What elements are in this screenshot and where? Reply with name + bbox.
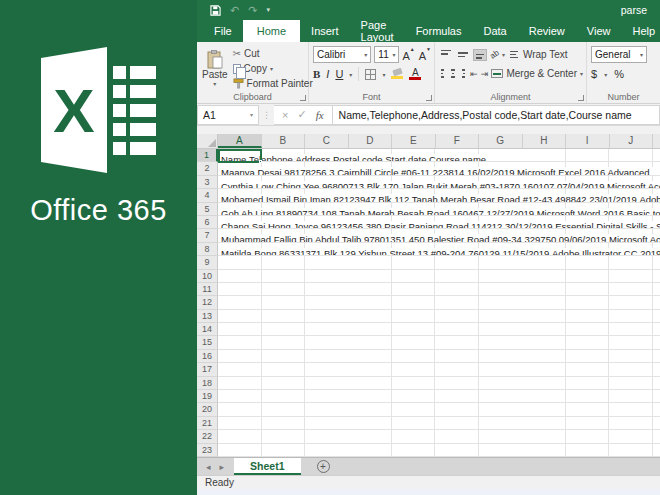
qat-customize-icon[interactable]: ▾: [266, 6, 270, 14]
row-cells[interactable]: [218, 363, 660, 376]
row-header-7[interactable]: 7: [197, 229, 218, 242]
row-header-9[interactable]: 9: [197, 256, 218, 269]
paste-button[interactable]: Paste ▾: [201, 45, 229, 91]
column-header-clipped[interactable]: [653, 134, 660, 148]
tab-home[interactable]: Home: [243, 20, 300, 42]
enter-icon[interactable]: ✓: [297, 108, 306, 121]
row-cells[interactable]: Matilda Bong,86331371,Blk 129 Yishun Str…: [218, 243, 660, 256]
row-cells[interactable]: [218, 417, 660, 430]
cancel-icon[interactable]: ×: [282, 109, 288, 121]
align-bottom-button[interactable]: [473, 49, 487, 61]
tab-help[interactable]: Help: [621, 20, 660, 42]
row-cells[interactable]: [218, 323, 660, 336]
row-cells[interactable]: [218, 430, 660, 443]
row-header-8[interactable]: 8: [197, 243, 218, 256]
prev-sheet-icon[interactable]: ◂: [206, 462, 211, 472]
row-header-6[interactable]: 6: [197, 216, 218, 229]
currency-format-button[interactable]: $: [591, 68, 597, 80]
wrap-text-button[interactable]: Wrap Text: [508, 49, 568, 60]
italic-button[interactable]: I: [326, 68, 329, 80]
tab-insert[interactable]: Insert: [300, 20, 350, 42]
align-left-button[interactable]: [439, 68, 446, 80]
column-header-e[interactable]: E: [392, 134, 436, 148]
fill-color-button[interactable]: [391, 69, 403, 79]
borders-button[interactable]: [365, 69, 376, 80]
row-header-16[interactable]: 16: [197, 350, 218, 363]
align-middle-button[interactable]: [456, 49, 470, 61]
percent-format-button[interactable]: %: [614, 68, 624, 80]
merge-center-button[interactable]: Merge & Center ▾: [491, 68, 583, 79]
column-header-b[interactable]: B: [262, 134, 306, 148]
save-icon[interactable]: [210, 5, 221, 16]
font-dialog-launcher-icon[interactable]: [426, 95, 432, 101]
tab-view[interactable]: View: [576, 20, 622, 42]
font-color-button[interactable]: A: [409, 68, 421, 80]
row-cells[interactable]: [218, 283, 660, 296]
copy-button[interactable]: Copy ▾: [233, 61, 313, 76]
tab-review[interactable]: Review: [518, 20, 576, 42]
select-all-button[interactable]: [197, 134, 218, 148]
row-cells[interactable]: [218, 296, 660, 309]
row-header-14[interactable]: 14: [197, 323, 218, 336]
row-header-19[interactable]: 19: [197, 390, 218, 403]
orientation-button[interactable]: ab: [488, 48, 500, 60]
font-name-combo[interactable]: Calibri ▾: [313, 46, 371, 63]
cut-button[interactable]: ✂ Cut: [233, 46, 313, 61]
column-header-c[interactable]: C: [305, 134, 349, 148]
tab-data[interactable]: Data: [472, 20, 517, 42]
row-header-5[interactable]: 5: [197, 203, 218, 216]
row-header-17[interactable]: 17: [197, 363, 218, 376]
next-sheet-icon[interactable]: ▸: [220, 462, 225, 472]
column-header-f[interactable]: F: [436, 134, 480, 148]
clipboard-dialog-launcher-icon[interactable]: [300, 95, 306, 101]
row-cells[interactable]: [218, 403, 660, 416]
font-size-combo[interactable]: 11 ▾: [374, 46, 399, 63]
row-cells[interactable]: [218, 377, 660, 390]
formula-input[interactable]: Name,Telephone,Address,Postal code,Start…: [333, 105, 660, 125]
row-header-1[interactable]: 1: [197, 149, 218, 162]
grow-font-button[interactable]: A▲: [402, 47, 414, 62]
row-header-23[interactable]: 23: [197, 444, 218, 457]
shrink-font-button[interactable]: A▼: [419, 47, 431, 62]
row-header-3[interactable]: 3: [197, 176, 218, 189]
bold-button[interactable]: B: [313, 68, 320, 80]
row-cells[interactable]: [218, 270, 660, 283]
row-header-22[interactable]: 22: [197, 430, 218, 443]
row-cells[interactable]: [218, 390, 660, 403]
underline-button[interactable]: U: [335, 68, 343, 80]
row-header-20[interactable]: 20: [197, 403, 218, 416]
row-header-4[interactable]: 4: [197, 189, 218, 202]
row-header-10[interactable]: 10: [197, 270, 218, 283]
row-cells[interactable]: Maanya Desai,98178256,3 Cairnhill Circle…: [218, 162, 660, 175]
row-cells[interactable]: Cynthia Low Ching Yee,96800713,Blk 170 J…: [218, 176, 660, 189]
row-cells[interactable]: [218, 350, 660, 363]
row-header-2[interactable]: 2: [197, 162, 218, 175]
row-cells[interactable]: Chang Sai Hong Joyce,96123456,380 Pasir …: [218, 216, 660, 229]
tab-file[interactable]: File: [203, 20, 243, 42]
insert-function-icon[interactable]: fx: [316, 109, 324, 121]
row-cells[interactable]: [218, 310, 660, 323]
row-cells[interactable]: [218, 256, 660, 269]
row-header-15[interactable]: 15: [197, 336, 218, 349]
number-format-combo[interactable]: General ▾: [591, 46, 647, 63]
undo-icon[interactable]: ↶: [230, 5, 239, 15]
column-header-a[interactable]: A: [218, 134, 262, 148]
column-header-h[interactable]: H: [523, 134, 567, 148]
redo-icon[interactable]: ↷: [248, 5, 257, 15]
row-cells[interactable]: Mohamed Ismail Bin Iman,82123947,Blk 112…: [218, 189, 660, 202]
align-top-button[interactable]: [439, 49, 453, 61]
column-header-i[interactable]: I: [566, 134, 610, 148]
increase-indent-icon[interactable]: ⇥: [481, 69, 489, 79]
alignment-dialog-launcher-icon[interactable]: [578, 95, 584, 101]
row-cells[interactable]: [218, 336, 660, 349]
row-header-12[interactable]: 12: [197, 296, 218, 309]
align-right-button[interactable]: [460, 68, 467, 80]
row-cells[interactable]: [218, 444, 660, 457]
row-header-13[interactable]: 13: [197, 310, 218, 323]
column-header-d[interactable]: D: [349, 134, 393, 148]
row-header-21[interactable]: 21: [197, 417, 218, 430]
sheet-tab-sheet1[interactable]: Sheet1: [234, 458, 300, 475]
column-header-g[interactable]: G: [479, 134, 523, 148]
column-header-j[interactable]: J: [610, 134, 654, 148]
tab-formulas[interactable]: Formulas: [405, 20, 473, 42]
